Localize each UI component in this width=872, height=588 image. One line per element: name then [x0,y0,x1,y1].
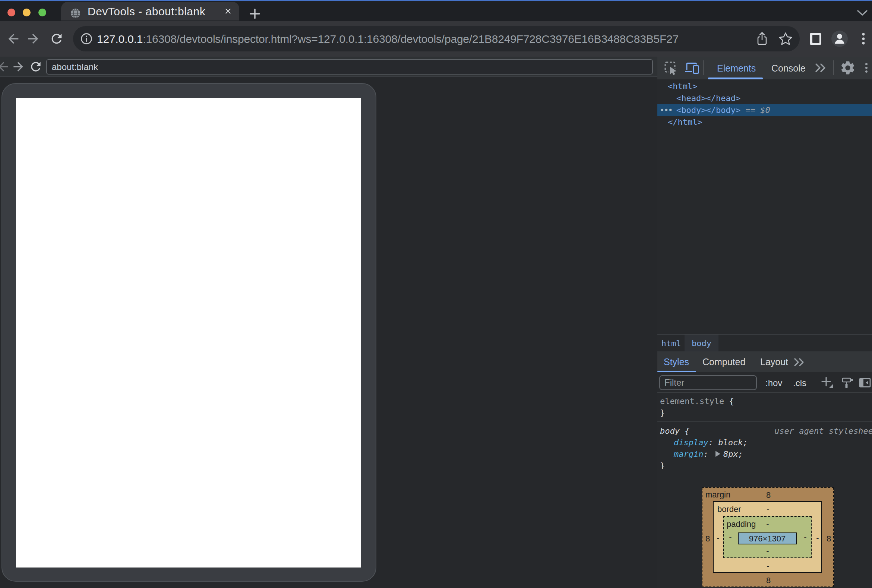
tab-strip: DevTools - about:blank [0,1,872,21]
toolbar-separator-2 [833,60,834,75]
border-right-value[interactable]: - [816,534,819,542]
tab-styles[interactable]: Styles [664,351,689,372]
close-tab-icon[interactable] [223,6,233,16]
screencast-viewport [0,78,657,588]
padding-left-value[interactable]: - [729,533,731,542]
expand-margin-icon[interactable] [716,451,720,457]
rendering-paint-icon[interactable] [841,376,854,389]
profile-avatar[interactable] [831,30,848,47]
styles-filter-row: :hov .cls [657,372,872,393]
rule-element-style[interactable]: element.style { } [657,393,872,422]
dom-node-html-open[interactable]: <html> [657,80,872,92]
globe-favicon-icon [71,8,81,18]
reload-icon[interactable] [49,31,64,46]
browser-window: DevTools - about:blank 127 [0,0,872,588]
toggle-cls[interactable]: .cls [793,372,806,393]
settings-gear-icon[interactable] [840,60,856,76]
share-icon[interactable] [754,31,770,46]
more-sidebar-tabs-icon[interactable] [792,357,808,367]
screencast-panel: about:blank [0,57,657,588]
browser-toolbar: 127.0.0.1:16308/devtools/inspector.html?… [0,21,872,57]
margin-left-value[interactable]: 8 [705,535,710,543]
content-size-value: 976×1307 [749,534,786,543]
screencast-url-field[interactable]: about:blank [46,59,653,75]
close-window-button[interactable] [8,9,15,16]
tab-title: DevTools - about:blank [87,2,205,21]
css-property-margin[interactable]: margin: 8px; [657,448,872,460]
inline-style-close: } [660,408,665,417]
toggle-hov[interactable]: :hov [765,372,782,393]
url-path: :16308/devtools/inspector.html?ws=127.0.… [143,33,678,45]
forward-icon[interactable] [26,31,41,46]
url-host: 127.0.0.1 [97,33,143,45]
box-model-border[interactable]: border - - - - padding - - - - 976×1307 [713,501,822,573]
toolbar-separator [703,60,704,75]
styles-sidebar-tabs: Styles Computed Layout [657,351,872,372]
dom-node-menu-dots-icon[interactable]: ••• [660,104,672,116]
emulated-page[interactable] [16,98,361,567]
browser-tab[interactable]: DevTools - about:blank [61,2,239,21]
margin-right-value[interactable]: 8 [827,535,831,543]
border-label: border [717,505,741,513]
styles-pane: element.style { } body {user agent style… [657,393,872,476]
screencast-back-icon[interactable] [0,60,11,74]
inline-style-selector: element.style [660,396,724,406]
css-property-display[interactable]: display: block; [657,437,872,448]
tab-console[interactable]: Console [771,57,806,80]
devtools-frontend-page: about:blank [0,57,872,588]
device-toolbar-icon[interactable] [684,60,700,76]
site-info-icon[interactable] [79,31,94,46]
screencast-reload-icon[interactable] [29,60,43,74]
new-style-rule-icon[interactable] [821,376,834,389]
minimize-window-button[interactable] [23,9,30,16]
browser-menu-kebab-icon[interactable] [859,30,868,47]
devtools-menu-kebab-icon[interactable] [863,60,869,76]
side-panel-icon[interactable] [810,33,821,45]
zoom-window-button[interactable] [38,9,46,16]
rule-origin: user agent stylesheet [774,425,872,437]
margin-top-value[interactable]: 8 [766,491,771,500]
dom-node-html-close[interactable]: </html> [657,116,872,128]
dom-body-suffix: == $0 [745,105,770,115]
border-left-value[interactable]: - [717,534,719,542]
padding-bottom-value[interactable]: - [766,547,769,555]
border-bottom-value[interactable]: - [767,562,769,570]
dom-node-head[interactable]: <head></head> [657,92,872,104]
screencast-navbar: about:blank [0,57,657,77]
margin-bottom-value[interactable]: 8 [766,576,771,585]
padding-right-value[interactable]: - [804,533,806,542]
url-text: 127.0.0.1:16308/devtools/inspector.html?… [97,26,678,51]
dom-node-body[interactable]: ••• <body></body> == $0 [657,104,872,116]
box-model-diagram: margin 8 8 8 8 border - - - - padding - [657,469,872,588]
emulated-device-frame [2,83,377,582]
tab-computed[interactable]: Computed [702,351,745,372]
screencast-forward-icon[interactable] [11,60,26,74]
tab-search-chevron-icon[interactable] [856,9,869,17]
padding-top-value[interactable]: - [766,520,769,528]
more-tabs-icon[interactable] [814,62,827,74]
tab-layout[interactable]: Layout [760,351,788,372]
tab-elements[interactable]: Elements [717,57,756,80]
bookmark-star-icon[interactable] [777,31,794,47]
padding-label: padding [727,520,756,528]
new-tab-button[interactable] [248,7,262,21]
rule-body[interactable]: body {user agent stylesheet display: blo… [657,422,872,476]
box-model-margin[interactable]: margin 8 8 8 8 border - - - - padding - [702,488,834,587]
margin-label: margin [705,491,730,499]
box-model-padding[interactable]: padding - - - - 976×1307 [723,516,812,558]
dom-tree: <html> <head></head> ••• <body></body> =… [657,80,872,334]
devtools-panel: Elements Console <html> [657,57,872,588]
back-icon[interactable] [6,31,21,46]
breadcrumb-html[interactable]: html [658,334,684,352]
body-rule-selector: body [660,426,680,436]
devtools-toolbar: Elements Console [657,57,872,80]
styles-filter-input[interactable] [659,375,757,390]
dom-body-tag: <body></body> [676,105,740,115]
breadcrumb-body[interactable]: body [684,334,719,352]
box-model-content[interactable]: 976×1307 [738,532,797,544]
dock-sidebar-icon[interactable] [858,376,872,389]
inspect-element-icon[interactable] [663,60,679,76]
border-top-value[interactable]: - [767,505,769,513]
side-panel-icon-inner [812,35,819,43]
omnibox[interactable]: 127.0.0.1:16308/devtools/inspector.html?… [73,26,800,51]
